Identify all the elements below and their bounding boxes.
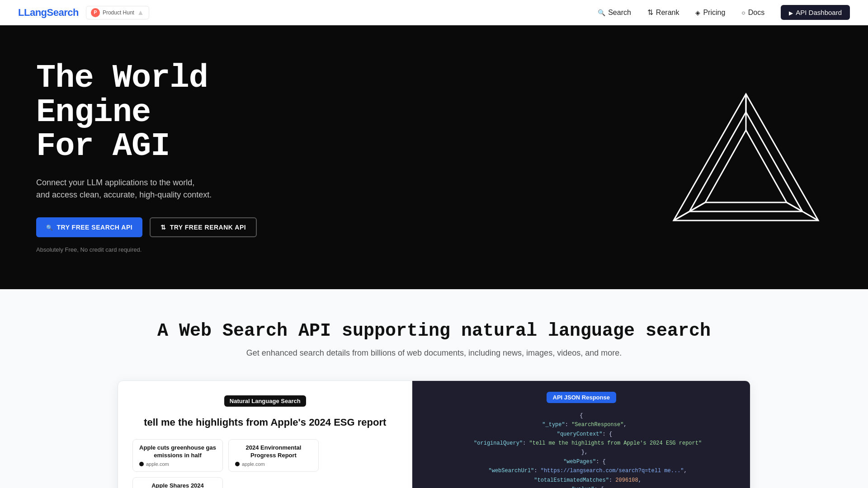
demo-right-panel: API JSON Response { "_type": "SearchResp… xyxy=(412,381,750,488)
hero-buttons: TRY FREE SEARCH API TRY FREE RERANK API xyxy=(36,217,307,237)
json-viewer: { "_type": "SearchResponse", "queryConte… xyxy=(423,411,739,488)
hero-left: The World Engine For AGI Connect your LL… xyxy=(36,61,307,253)
demo-query: tell me the highlights from Apple's 2024… xyxy=(132,417,397,428)
product-hunt-icon: P xyxy=(91,8,100,17)
features-title: A Web Search API supporting natural lang… xyxy=(36,321,832,341)
navbar-left: LLangSearch P Product Hunt ▲ xyxy=(18,6,149,19)
demo-results: Apple cuts greenhouse gas emissions in h… xyxy=(132,439,397,488)
penrose-svg xyxy=(669,85,823,230)
result-card-2: 2024 Environmental Progress Report apple… xyxy=(228,439,319,472)
navbar-right: Search Rerank Pricing Docs API Dashboard xyxy=(598,5,850,20)
result-title-3: Apple Shares 2024 Environmental Progress… xyxy=(139,482,216,488)
apple-favicon-2 xyxy=(235,462,240,466)
chevron-up-icon: ▲ xyxy=(137,9,144,17)
hero-right xyxy=(660,80,832,234)
product-hunt-badge[interactable]: P Product Hunt ▲ xyxy=(86,6,149,19)
result-source-2: apple.com xyxy=(235,461,312,467)
result-card-3: Apple Shares 2024 Environmental Progress… xyxy=(132,477,223,488)
navbar: LLangSearch P Product Hunt ▲ Search Rera… xyxy=(0,0,868,25)
result-title-2: 2024 Environmental Progress Report xyxy=(235,444,312,460)
rerank-icon xyxy=(647,8,653,17)
demo-left-panel: Natural Language Search tell me the high… xyxy=(118,381,412,488)
api-icon xyxy=(789,9,793,16)
features-section: A Web Search API supporting natural lang… xyxy=(0,289,868,488)
logo[interactable]: LLangSearch xyxy=(18,7,79,19)
result-card-1: Apple cuts greenhouse gas emissions in h… xyxy=(132,439,223,472)
try-search-api-button[interactable]: TRY FREE SEARCH API xyxy=(36,217,142,237)
hero-note: Absolutely Free, No credit card required… xyxy=(36,246,307,253)
hero-section: The World Engine For AGI Connect your LL… xyxy=(0,25,868,289)
result-title-1: Apple cuts greenhouse gas emissions in h… xyxy=(139,444,216,460)
result-source-1: apple.com xyxy=(139,461,216,467)
api-dashboard-button[interactable]: API Dashboard xyxy=(781,5,850,20)
nav-search[interactable]: Search xyxy=(598,9,631,17)
try-rerank-api-button[interactable]: TRY FREE RERANK API xyxy=(150,217,257,237)
search-btn-icon xyxy=(46,224,53,231)
pricing-icon xyxy=(695,9,700,17)
nav-pricing[interactable]: Pricing xyxy=(695,9,725,17)
features-subtitle: Get enhanced search details from billion… xyxy=(36,348,832,358)
nl-badge: Natural Language Search xyxy=(224,395,306,407)
hero-subtitle: Connect your LLM applications to the wor… xyxy=(36,177,307,201)
product-hunt-label: Product Hunt xyxy=(103,9,134,16)
svg-marker-2 xyxy=(705,130,787,202)
nav-docs[interactable]: Docs xyxy=(741,9,764,17)
apple-favicon-1 xyxy=(139,462,144,466)
nav-rerank[interactable]: Rerank xyxy=(647,8,679,17)
search-icon xyxy=(598,9,605,17)
rerank-btn-icon xyxy=(160,224,166,231)
hero-title: The World Engine For AGI xyxy=(36,61,307,164)
demo-panel: Natural Language Search tell me the high… xyxy=(118,380,750,488)
penrose-triangle xyxy=(660,80,832,234)
json-badge: API JSON Response xyxy=(547,392,616,403)
docs-icon xyxy=(741,9,745,17)
